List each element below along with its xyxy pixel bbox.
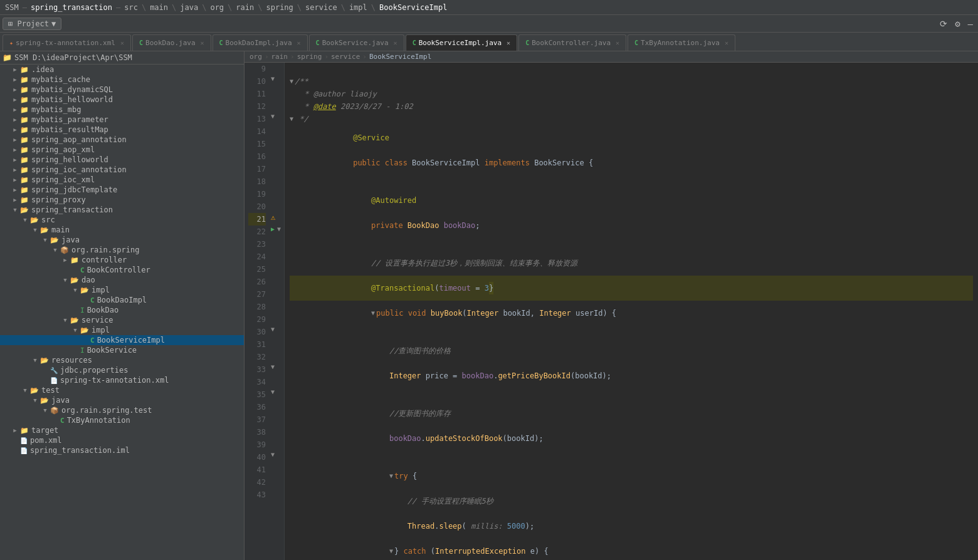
sidebar-item-mybatis-dynamicsql[interactable]: ▶ 📁 mybatis_dynamicSQL — [0, 85, 244, 95]
java-c-icon: C — [316, 39, 320, 46]
main-content: 📁 SSM D:\ideaProject\Apr\SSM ▶ 📁 .idea ▶… — [0, 51, 978, 560]
run-icon-22[interactable]: ▶ — [271, 226, 275, 232]
tab-close-icon[interactable]: ✕ — [201, 39, 204, 46]
tab-close-icon[interactable]: ✕ — [394, 39, 397, 46]
fold-33[interactable]: ▼ — [389, 545, 393, 557]
editor[interactable]: org › rain › spring › service › BookServ… — [244, 51, 978, 560]
folder-open-icon: 📂 — [50, 236, 59, 244]
fold-btn-33[interactable]: ▼ — [271, 363, 275, 370]
sidebar-item-mybatis-parameter[interactable]: ▶ 📁 mybatis_parameter — [0, 115, 244, 125]
sidebar-item-spring-tx-xml-file[interactable]: 📄 spring-tx-annotation.xml — [0, 375, 244, 385]
tab-bookdaoimpl[interactable]: C BookDaoImpl.java ✕ — [213, 34, 308, 51]
sidebar-item-bookcontroller-file[interactable]: C BookController — [0, 265, 244, 275]
sidebar-item-src[interactable]: ▼ 📂 src — [0, 215, 244, 225]
fold-btn-22[interactable]: ▼ — [277, 226, 281, 232]
sidebar-label: spring_ioc_xml — [31, 175, 95, 184]
tab-spring-tx-xml[interactable]: ✦ spring-tx-annotation.xml ✕ — [3, 34, 131, 51]
fold-10[interactable]: ▼ — [290, 75, 293, 88]
project-root[interactable]: 📁 SSM D:\ideaProject\Apr\SSM — [0, 51, 244, 65]
folder-icon: 📁 — [20, 76, 29, 84]
sidebar-item-spring-ioc-annotation[interactable]: ▶ 📁 spring_ioc_annotation — [0, 165, 244, 175]
sidebar-item-mybatis-mbg[interactable]: ▶ 📁 mybatis_mbg — [0, 105, 244, 115]
sidebar-item-spring-transaction-iml[interactable]: 📄 spring_transaction.iml — [0, 445, 244, 455]
sidebar-item-spring-transaction[interactable]: ▼ 📂 spring_transaction — [0, 205, 244, 215]
sync-icon[interactable]: ⟳ — [937, 18, 950, 30]
sidebar-item-org-rain-spring-test[interactable]: ▼ 📦 org.rain.spring.test — [0, 405, 244, 415]
sidebar-item-bookserviceimpl-file[interactable]: C BookServiceImpl — [0, 335, 244, 345]
java-interface-icon: I — [80, 346, 85, 355]
sidebar-label: spring_proxy — [31, 195, 86, 204]
fold-btn-13[interactable]: ▼ — [271, 113, 275, 120]
sidebar-item-dao[interactable]: ▼ 📂 dao — [0, 275, 244, 285]
folder-icon: 📁 — [20, 136, 29, 144]
props-icon: 🔧 — [50, 367, 58, 374]
sidebar-item-pom-xml[interactable]: 📄 pom.xml — [0, 435, 244, 445]
code-line-27: //更新图书的库存 — [290, 401, 973, 426]
sidebar-item-test-java[interactable]: ▼ 📂 java — [0, 395, 244, 405]
sidebar-item-spring-aop-xml[interactable]: ▶ 📁 spring_aop_xml — [0, 145, 244, 155]
fold-22[interactable]: ▼ — [371, 307, 375, 319]
code-line-22: ▼public void buyBook(Integer bookId, Int… — [290, 301, 973, 326]
sidebar-item-bookdao-file[interactable]: I BookDao — [0, 305, 244, 315]
sidebar-item-org-rain-spring[interactable]: ▼ 📦 org.rain.spring — [0, 245, 244, 255]
tab-bookcontroller[interactable]: C BookController.java ✕ — [518, 34, 626, 51]
code-line-21: @Transactional(timeout = 3} — [290, 276, 973, 301]
sidebar-item-service[interactable]: ▼ 📂 service — [0, 315, 244, 325]
tab-close-icon[interactable]: ✕ — [297, 39, 301, 46]
sidebar-label: spring-tx-annotation.xml — [60, 376, 169, 385]
code-line-9 — [290, 63, 973, 75]
sidebar-item-txbyannotation-file[interactable]: C TxByAnnotation — [0, 415, 244, 425]
java-c-icon: C — [219, 39, 223, 46]
minimize-icon[interactable]: – — [965, 18, 975, 30]
sidebar-item-idea[interactable]: ▶ 📁 .idea — [0, 65, 244, 75]
folder-icon: 📁 — [20, 96, 29, 104]
title-org: org — [210, 3, 224, 12]
java-class-icon: C — [80, 266, 85, 274]
sidebar-item-java[interactable]: ▼ 📂 java — [0, 235, 244, 245]
sidebar-label: src — [41, 215, 55, 224]
folder-open-icon: 📂 — [40, 397, 49, 405]
sidebar-item-mybatis-resultmap[interactable]: ▶ 📁 mybatis_resultMap — [0, 125, 244, 135]
sidebar-item-impl-service[interactable]: ▼ 📂 impl — [0, 325, 244, 335]
sidebar-label: test — [41, 386, 60, 395]
sidebar-item-mybatis-cache[interactable]: ▶ 📁 mybatis_cache — [0, 75, 244, 85]
sidebar-item-bookservice-file[interactable]: I BookService — [0, 345, 244, 355]
sidebar-label: resources — [51, 356, 92, 365]
fold-13[interactable]: ▼ — [290, 113, 293, 125]
fold-btn-40[interactable]: ▼ — [271, 451, 275, 458]
folder-open-icon: 📂 — [20, 206, 29, 214]
sidebar-item-jdbc-props[interactable]: 🔧 jdbc.properties — [0, 365, 244, 375]
fold-btn-30[interactable]: ▼ — [271, 326, 275, 333]
sidebar-label: mybatis_dynamicSQL — [31, 85, 113, 94]
sidebar-item-impl-dao[interactable]: ▼ 📂 impl — [0, 285, 244, 295]
tab-close-icon[interactable]: ✕ — [507, 39, 510, 46]
sidebar-item-test[interactable]: ▼ 📂 test — [0, 385, 244, 395]
sidebar-label: main — [51, 226, 70, 234]
sidebar-item-mybatis-helloworld[interactable]: ▶ 📁 mybatis_helloworld — [0, 95, 244, 105]
tab-bookserviceimpl[interactable]: C BookServiceImpl.java ✕ — [406, 34, 518, 51]
sidebar-item-resources[interactable]: ▼ 📂 resources — [0, 355, 244, 365]
sidebar-item-main[interactable]: ▼ 📂 main — [0, 225, 244, 235]
tab-bookdao[interactable]: C BookDao.java ✕ — [132, 34, 211, 51]
fold-30[interactable]: ▼ — [389, 470, 393, 482]
code-line-15: public class BookServiceImpl implements … — [290, 150, 973, 175]
sidebar-item-spring-helloworld[interactable]: ▶ 📁 spring_helloworld — [0, 155, 244, 165]
project-button[interactable]: ⊞ Project ▼ — [3, 18, 61, 30]
sidebar-item-target[interactable]: ▶ 📁 target — [0, 425, 244, 435]
fold-btn-10[interactable]: ▼ — [271, 75, 275, 82]
gear-icon[interactable]: ⚙ — [952, 18, 962, 30]
sidebar-item-spring-jdbctemplate[interactable]: ▶ 📁 spring_jdbcTemplate — [0, 185, 244, 195]
sidebar-item-spring-aop-annotation[interactable]: ▶ 📁 spring_aop_annotation — [0, 135, 244, 145]
sidebar-item-controller[interactable]: ▶ 📁 controller — [0, 255, 244, 265]
tab-txbyannotation[interactable]: C TxByAnnotation.java ✕ — [628, 34, 735, 51]
tab-close-icon[interactable]: ✕ — [120, 39, 124, 46]
sidebar-item-spring-ioc-xml[interactable]: ▶ 📁 spring_ioc_xml — [0, 175, 244, 185]
tab-bookservice[interactable]: C BookService.java ✕ — [309, 34, 404, 51]
fold-btn-35[interactable]: ▼ — [271, 388, 275, 395]
code-content[interactable]: ▼ /** * @author liaojy * @date 2023/8/27… — [285, 63, 978, 560]
sidebar-item-spring-proxy[interactable]: ▶ 📁 spring_proxy — [0, 195, 244, 205]
sidebar-item-bookdaoimpl-file[interactable]: C BookDaoImpl — [0, 295, 244, 305]
tab-label: TxByAnnotation.java — [641, 39, 720, 47]
tab-close-icon[interactable]: ✕ — [616, 39, 619, 46]
tab-close-icon[interactable]: ✕ — [725, 39, 728, 46]
